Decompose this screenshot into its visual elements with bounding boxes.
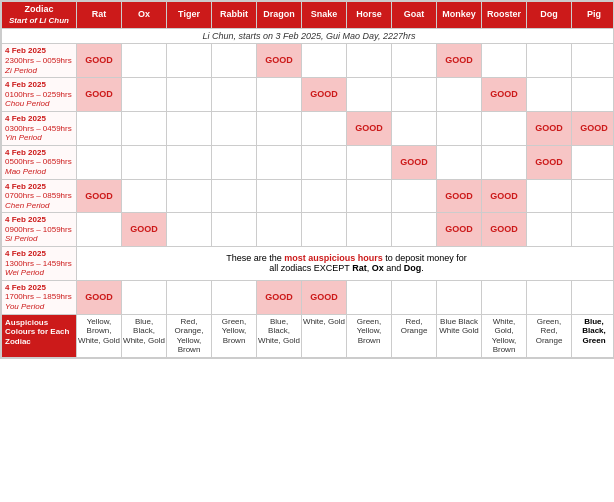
cell-chen-horse	[347, 179, 392, 213]
animal-snake: Snake	[302, 2, 347, 29]
cell-zi-rabbit	[212, 44, 257, 78]
cell-you-goat	[392, 280, 437, 314]
animal-horse: Horse	[347, 2, 392, 29]
cell-chen-dog	[527, 179, 572, 213]
cell-you-rabbit	[212, 280, 257, 314]
cell-chen-goat	[392, 179, 437, 213]
colour-rat: Yellow, Brown, White, Gold	[77, 314, 122, 357]
good-chen-rat: GOOD	[77, 179, 122, 213]
good-yin-horse: GOOD	[347, 111, 392, 145]
animal-monkey: Monkey	[437, 2, 482, 29]
main-table-wrapper: Zodiac Start of Li Chun Rat Ox Tiger Rab…	[0, 0, 614, 359]
period-row-si: 4 Feb 2025 0900hrs – 1059hrs Si Period G…	[2, 213, 615, 247]
animal-dog: Dog	[527, 2, 572, 29]
note-period: .	[421, 263, 424, 273]
note-bold-dog: Dog	[404, 263, 422, 273]
cell-si-pig	[572, 213, 615, 247]
animal-goat: Goat	[392, 2, 437, 29]
period-chen: 4 Feb 2025 0700hrs – 0859hrs Chen Period	[2, 179, 77, 213]
period-zi: 4 Feb 2025 2300hrs – 0059hrs Zi Period	[2, 44, 77, 78]
colour-rooster: White, Gold, Yellow, Brown	[482, 314, 527, 357]
zodiac-header: Zodiac Start of Li Chun	[2, 2, 77, 29]
note-highlight: most auspicious hours	[284, 253, 383, 263]
cell-mao-horse	[347, 145, 392, 179]
cell-yin-monkey	[437, 111, 482, 145]
period-wei: 4 Feb 2025 1300hrs – 1459hrs Wei Period	[2, 247, 77, 281]
period-row-wei: 4 Feb 2025 1300hrs – 1459hrs Wei Period …	[2, 247, 615, 281]
colour-monkey: Blue Black White Gold	[437, 314, 482, 357]
cell-yin-goat	[392, 111, 437, 145]
period-row-chou: 4 Feb 2025 0100hrs – 0259hrs Chou Period…	[2, 78, 615, 112]
cell-yin-snake	[302, 111, 347, 145]
good-mao-dog: GOOD	[527, 145, 572, 179]
period-row-yin: 4 Feb 2025 0300hrs – 0459hrs Yin Period …	[2, 111, 615, 145]
cell-mao-snake	[302, 145, 347, 179]
animal-ox: Ox	[122, 2, 167, 29]
cell-you-tiger	[167, 280, 212, 314]
cell-chou-dragon	[257, 78, 302, 112]
cell-mao-dragon	[257, 145, 302, 179]
note-prefix: These are the	[226, 253, 284, 263]
cell-mao-pig	[572, 145, 615, 179]
cell-si-rat	[77, 213, 122, 247]
good-chen-monkey: GOOD	[437, 179, 482, 213]
good-you-dragon: GOOD	[257, 280, 302, 314]
cell-zi-goat	[392, 44, 437, 78]
colour-dragon: Blue, Black, White, Gold	[257, 314, 302, 357]
animal-tiger: Tiger	[167, 2, 212, 29]
colour-pig: Blue, Black, Green	[572, 314, 615, 357]
header-row: Zodiac Start of Li Chun Rat Ox Tiger Rab…	[2, 2, 615, 29]
cell-chen-pig	[572, 179, 615, 213]
auspicious-label: Auspicious Colours for Each Zodiac	[2, 314, 77, 357]
period-si: 4 Feb 2025 0900hrs – 1059hrs Si Period	[2, 213, 77, 247]
cell-chou-goat	[392, 78, 437, 112]
note-suffix: to deposit money for	[383, 253, 467, 263]
period-you: 4 Feb 2025 1700hrs – 1859hrs You Period	[2, 280, 77, 314]
good-si-monkey: GOOD	[437, 213, 482, 247]
period-yin: 4 Feb 2025 0300hrs – 0459hrs Yin Period	[2, 111, 77, 145]
colour-tiger: Red, Orange, Yellow, Brown	[167, 314, 212, 357]
good-yin-pig: GOOD	[572, 111, 615, 145]
cell-zi-snake	[302, 44, 347, 78]
cell-yin-dragon	[257, 111, 302, 145]
colour-ox: Blue, Black, White, Gold	[122, 314, 167, 357]
good-chou-rooster: GOOD	[482, 78, 527, 112]
auspicious-note-cell: These are the most auspicious hours to d…	[77, 247, 615, 281]
cell-chou-dog	[527, 78, 572, 112]
cell-zi-ox	[122, 44, 167, 78]
animal-rooster: Rooster	[482, 2, 527, 29]
cell-zi-rooster	[482, 44, 527, 78]
good-si-ox: GOOD	[122, 213, 167, 247]
cell-mao-rat	[77, 145, 122, 179]
cell-chen-snake	[302, 179, 347, 213]
cell-chou-tiger	[167, 78, 212, 112]
note-bold-rat: Rat	[352, 263, 367, 273]
cell-you-pig	[572, 280, 615, 314]
cell-you-monkey	[437, 280, 482, 314]
cell-si-rabbit	[212, 213, 257, 247]
cell-mao-ox	[122, 145, 167, 179]
period-mao: 4 Feb 2025 0500hrs – 0659hrs Mao Period	[2, 145, 77, 179]
good-si-rooster: GOOD	[482, 213, 527, 247]
cell-yin-ox	[122, 111, 167, 145]
li-chun-info-cell: Li Chun, starts on 3 Feb 2025, Gui Mao D…	[2, 28, 615, 44]
note-bold-ox: Ox	[372, 263, 384, 273]
cell-zi-tiger	[167, 44, 212, 78]
cell-mao-tiger	[167, 145, 212, 179]
cell-you-horse	[347, 280, 392, 314]
cell-yin-rooster	[482, 111, 527, 145]
cell-chou-pig	[572, 78, 615, 112]
good-chen-rooster: GOOD	[482, 179, 527, 213]
cell-si-goat	[392, 213, 437, 247]
good-mao-goat: GOOD	[392, 145, 437, 179]
good-chou-rat: GOOD	[77, 78, 122, 112]
period-chou: 4 Feb 2025 0100hrs – 0259hrs Chou Period	[2, 78, 77, 112]
cell-chen-tiger	[167, 179, 212, 213]
cell-you-ox	[122, 280, 167, 314]
cell-chen-ox	[122, 179, 167, 213]
good-yin-dog: GOOD	[527, 111, 572, 145]
colour-snake: White, Gold	[302, 314, 347, 357]
period-row-you: 4 Feb 2025 1700hrs – 1859hrs You Period …	[2, 280, 615, 314]
good-zi-rat: GOOD	[77, 44, 122, 78]
colour-goat: Red, Orange	[392, 314, 437, 357]
